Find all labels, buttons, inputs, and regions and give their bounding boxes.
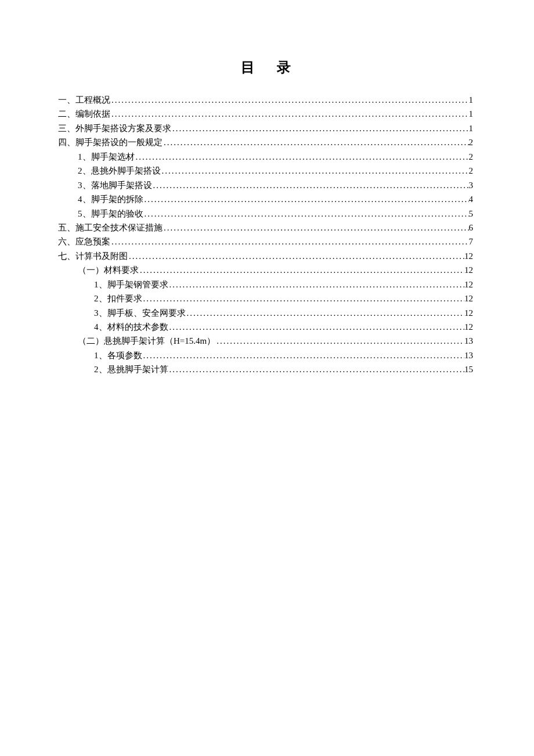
toc-entry-page: 2	[469, 164, 474, 178]
toc-entry: 1、脚手架选材2	[58, 150, 473, 164]
toc-entry-label: 1、各项参数	[94, 348, 142, 362]
toc-entry-page: 12	[464, 320, 473, 334]
toc-entry: 2、悬挑脚手架计算15	[58, 362, 473, 376]
toc-entry-page: 4	[469, 192, 474, 206]
toc-entry: 1、脚手架钢管要求12	[58, 278, 473, 291]
toc-entry-label: 3、脚手板、安全网要求	[94, 306, 186, 320]
toc-entry-page: 2	[469, 135, 474, 149]
toc-entry: 5、脚手架的验收5	[58, 207, 473, 221]
toc-entry-leader	[110, 235, 469, 249]
toc-entry-label: 2、悬挑脚手架计算	[94, 362, 168, 376]
toc-entry: 三、外脚手架搭设方案及要求1	[58, 121, 473, 135]
toc-entry-leader	[128, 249, 464, 263]
toc-entry-leader	[161, 164, 469, 178]
toc-entry-label: 1、脚手架选材	[78, 150, 135, 164]
toc-entry-page: 6	[469, 221, 474, 235]
toc-entry-page: 13	[464, 334, 473, 348]
toc-entry-label: 3、落地脚手架搭设	[78, 178, 152, 192]
toc-entry: 2、扣件要求12	[58, 291, 473, 305]
toc-entry-label: （二）悬挑脚手架计算（H=15.4m）	[78, 334, 215, 348]
toc-entry: 一、工程概况1	[58, 93, 473, 107]
toc-entry-leader	[152, 178, 469, 192]
toc-entry-label: 5、脚手架的验收	[78, 207, 143, 221]
toc-entry: 3、落地脚手架搭设3	[58, 178, 473, 192]
toc-entry-leader	[163, 221, 469, 235]
toc-entry-label: （一）材料要求	[78, 263, 139, 277]
toc-entry-page: 12	[464, 291, 473, 305]
toc-entry-leader	[168, 362, 465, 376]
toc-entry-label: 2、悬挑外脚手架搭设	[78, 164, 161, 178]
toc-entry-page: 7	[469, 235, 474, 249]
toc-entry-label: 六、应急预案	[58, 235, 110, 249]
toc-entry: 二、编制依据1	[58, 107, 473, 121]
toc-entry-label: 二、编制依据	[58, 107, 110, 121]
toc-entry-leader	[168, 320, 465, 334]
toc-entry: 1、各项参数13	[58, 348, 473, 362]
toc-entry-page: 12	[464, 263, 473, 277]
toc-entry: 3、脚手板、安全网要求12	[58, 306, 473, 320]
toc-entry: 2、悬挑外脚手架搭设2	[58, 164, 473, 178]
toc-entry: （二）悬挑脚手架计算（H=15.4m）13	[58, 334, 473, 348]
toc-entry-page: 13	[464, 348, 473, 362]
toc-entry-leader	[110, 107, 469, 121]
toc-title: 目录	[58, 58, 473, 77]
toc-entry: 四、脚手架搭设的一般规定2	[58, 135, 473, 149]
toc-entry: 六、应急预案7	[58, 235, 473, 249]
toc-entry-page: 1	[469, 121, 474, 135]
toc-entry-leader	[135, 150, 469, 164]
toc-entry-label: 1、脚手架钢管要求	[94, 278, 168, 291]
toc-entry-leader	[139, 263, 464, 277]
toc-entry: 4、脚手架的拆除4	[58, 192, 473, 206]
toc-entry-leader	[142, 291, 465, 305]
toc-entry-page: 1	[469, 93, 474, 107]
toc-entry-page: 1	[469, 107, 474, 121]
toc-entry-leader	[142, 348, 465, 362]
toc-entry-label: 2、扣件要求	[94, 291, 142, 305]
toc-container: 一、工程概况1二、编制依据1三、外脚手架搭设方案及要求1四、脚手架搭设的一般规定…	[58, 93, 473, 377]
toc-entry-page: 2	[469, 150, 474, 164]
toc-entry-leader	[110, 93, 469, 107]
toc-entry-leader	[171, 121, 469, 135]
toc-entry-leader	[168, 278, 465, 291]
toc-entry-page: 12	[464, 278, 473, 291]
toc-entry-page: 12	[464, 249, 473, 263]
toc-entry-page: 5	[469, 207, 474, 221]
toc-entry-leader	[143, 207, 469, 221]
toc-entry-label: 4、材料的技术参数	[94, 320, 168, 334]
toc-entry-label: 一、工程概况	[58, 93, 110, 107]
toc-entry: 五、施工安全技术保证措施6	[58, 221, 473, 235]
toc-entry-page: 15	[464, 362, 473, 376]
toc-entry-leader	[215, 334, 464, 348]
toc-entry: （一）材料要求12	[58, 263, 473, 277]
toc-entry-label: 五、施工安全技术保证措施	[58, 221, 163, 235]
toc-entry-page: 3	[469, 178, 474, 192]
toc-entry-leader	[186, 306, 465, 320]
toc-entry: 4、材料的技术参数12	[58, 320, 473, 334]
toc-entry-leader	[143, 192, 469, 206]
toc-entry-label: 4、脚手架的拆除	[78, 192, 143, 206]
toc-entry-leader	[163, 135, 469, 149]
toc-entry: 七、计算书及附图12	[58, 249, 473, 263]
toc-entry-label: 三、外脚手架搭设方案及要求	[58, 121, 171, 135]
toc-entry-label: 四、脚手架搭设的一般规定	[58, 135, 163, 149]
toc-entry-page: 12	[464, 306, 473, 320]
toc-entry-label: 七、计算书及附图	[58, 249, 128, 263]
